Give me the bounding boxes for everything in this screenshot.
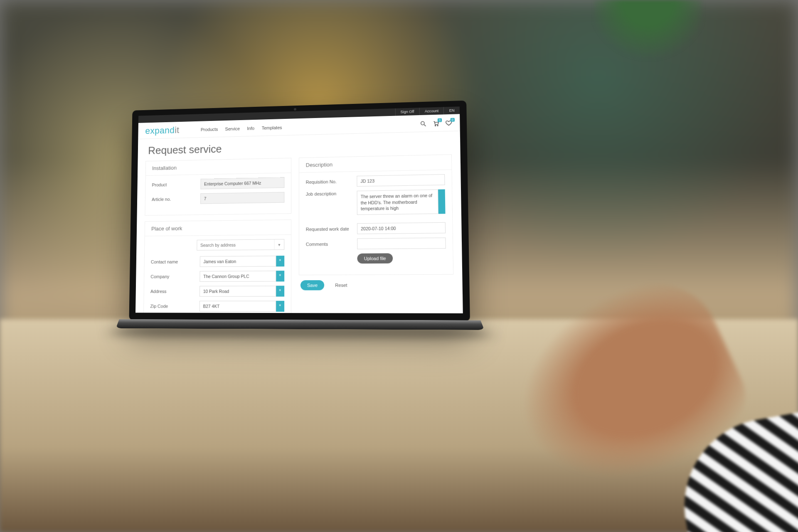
company-field[interactable] [200, 271, 276, 282]
address-search-input[interactable] [197, 239, 274, 250]
contact-label: Contact name [151, 259, 197, 264]
requisition-field[interactable] [357, 174, 445, 187]
address-field[interactable] [200, 286, 276, 296]
form-actions: Save Reset [299, 275, 454, 296]
upload-file-button[interactable]: Upload file [357, 253, 393, 264]
nav-info[interactable]: Info [247, 126, 254, 131]
reset-button[interactable]: Reset [328, 280, 354, 291]
account-link[interactable]: Account [419, 107, 444, 115]
logo[interactable]: expandit [145, 125, 179, 136]
requisition-label: Requisition No. [306, 179, 354, 185]
work-date-label: Requested work date [306, 226, 354, 232]
required-indicator: * [276, 286, 284, 296]
chevron-down-icon[interactable]: ▾ [274, 239, 284, 249]
logo-part1: expand [145, 125, 175, 136]
contact-field[interactable] [200, 256, 276, 267]
cart-badge: 0 [438, 118, 442, 122]
comments-label: Comments [306, 241, 354, 247]
product-label: Product [152, 182, 197, 187]
svg-point-0 [421, 121, 424, 125]
logo-part2: it [175, 125, 180, 135]
app-screen: Sign Off Account EN expandit Products Se… [135, 106, 463, 313]
address-label: Address [150, 289, 197, 294]
header-icons: 0 0 [420, 120, 452, 127]
description-card: Description Requisition No. Job descript… [299, 154, 453, 275]
nav-templates[interactable]: Templates [262, 125, 282, 131]
svg-point-3 [437, 125, 438, 126]
job-description-field[interactable] [357, 190, 438, 215]
work-date-field[interactable] [357, 222, 446, 234]
zip-field[interactable] [200, 301, 276, 312]
save-button[interactable]: Save [300, 280, 324, 290]
place-of-work-card: Place of work ▾ Contact name * [143, 219, 291, 313]
installation-card: Installation Product Article no. [145, 158, 291, 216]
search-icon[interactable] [420, 121, 427, 127]
article-field [200, 192, 284, 204]
nav-service[interactable]: Service [225, 126, 240, 132]
svg-line-1 [424, 125, 426, 126]
zip-label: Zip Code [150, 304, 196, 309]
product-field [200, 177, 284, 189]
article-label: Article no. [152, 196, 197, 202]
comments-field[interactable] [357, 238, 446, 249]
cart-icon[interactable]: 0 [433, 120, 440, 127]
svg-point-2 [435, 125, 436, 126]
required-indicator: * [276, 271, 284, 281]
main-nav: Products Service Info Templates [201, 125, 282, 132]
required-indicator: * [276, 256, 284, 266]
wishlist-badge: 0 [451, 118, 455, 122]
place-heading: Place of work [145, 220, 291, 236]
job-description-label: Job description [306, 191, 354, 197]
nav-products[interactable]: Products [201, 127, 218, 132]
textarea-scrollbar[interactable] [438, 189, 445, 214]
required-indicator: * [276, 301, 284, 312]
language-link[interactable]: EN [443, 106, 460, 114]
address-search[interactable]: ▾ [197, 239, 284, 251]
wishlist-icon[interactable]: 0 [445, 120, 452, 126]
signoff-link[interactable]: Sign Off [395, 108, 419, 116]
company-label: Company [150, 274, 196, 279]
